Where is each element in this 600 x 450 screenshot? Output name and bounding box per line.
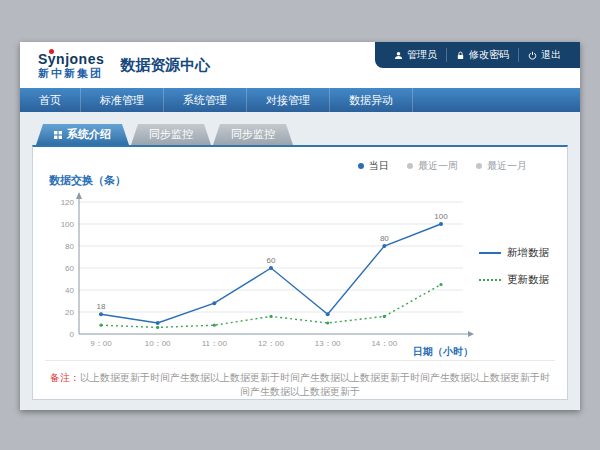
svg-text:12：00: 12：00 [258,339,284,348]
dotted-line-sample-icon [479,279,501,281]
svg-text:20: 20 [65,308,74,317]
svg-text:100: 100 [434,212,448,221]
tab-system-intro[interactable]: 系统介绍 [36,124,129,145]
filter-label: 当日 [369,159,389,173]
nav-item-interface-mgmt[interactable]: 对接管理 [247,88,330,112]
app-window: Synjones 新中新集团 数据资源中心 管理员 修改密码 退出 [20,42,580,410]
svg-text:80: 80 [65,242,74,251]
tab-sync-monitor-2[interactable]: 同步监控 [213,124,293,145]
logo-red-dot-icon [49,49,54,54]
svg-text:13：00: 13：00 [315,339,341,348]
svg-text:11：00: 11：00 [202,339,228,348]
filter-label: 最近一周 [418,159,458,173]
solid-line-sample-icon [479,252,501,254]
power-icon [528,51,537,60]
page-title: 数据资源中心 [120,56,210,75]
tab-sync-monitor-1[interactable]: 同步监控 [131,124,211,145]
tab-label: 同步监控 [149,127,193,142]
svg-text:18: 18 [97,302,106,311]
chart-row: 0204060801001209：0010：0011：0012：0013：001… [45,188,555,360]
svg-text:120: 120 [61,198,75,207]
filter-dot-icon [358,163,364,169]
svg-text:100: 100 [61,220,75,229]
change-password-label: 修改密码 [469,48,509,62]
svg-text:60: 60 [267,256,276,265]
logout-button[interactable]: 退出 [518,48,570,62]
filter-last-month[interactable]: 最近一月 [476,159,527,173]
desktop-background: Synjones 新中新集团 数据资源中心 管理员 修改密码 退出 [0,0,600,450]
filter-today[interactable]: 当日 [358,159,389,173]
tab-bar: 系统介绍 同步监控 同步监控 [32,124,568,145]
svg-text:9：00: 9：00 [90,339,112,348]
footnote-text: 以上数据更新于时间产生数据以上数据更新于时间产生数据以上数据更新于时间产生数据以… [80,372,550,397]
admin-label: 管理员 [407,48,437,62]
line-chart: 0204060801001209：0010：0011：0012：0013：001… [45,188,477,360]
svg-text:14：00: 14：00 [371,339,397,348]
tab-label: 同步监控 [231,127,275,142]
brand-name: Synjones [38,52,104,66]
footnote: 备注：以上数据更新于时间产生数据以上数据更新于时间产生数据以上数据更新于时间产生… [45,360,555,401]
series-label: 更新数据 [507,273,549,287]
app-header: Synjones 新中新集团 数据资源中心 管理员 修改密码 退出 [20,42,580,88]
content-area: 系统介绍 同步监控 同步监控 当日 最近一周 [20,112,580,410]
tab-label: 系统介绍 [67,127,111,142]
y-axis-title: 数据交换（条） [49,173,555,188]
series-legend-updated-data[interactable]: 更新数据 [479,273,549,287]
series-legend-new-data[interactable]: 新增数据 [479,246,549,260]
change-password-button[interactable]: 修改密码 [446,48,518,62]
series-label: 新增数据 [507,246,549,260]
user-bar: 管理员 修改密码 退出 [375,42,580,68]
svg-text:40: 40 [65,286,74,295]
svg-text:日期（小时）: 日期（小时） [413,346,473,357]
time-filter-group: 当日 最近一周 最近一月 [45,155,555,173]
admin-button[interactable]: 管理员 [385,48,446,62]
company-logo: Synjones 新中新集团 [38,52,104,79]
company-name: 新中新集团 [38,68,104,79]
nav-item-standard-mgmt[interactable]: 标准管理 [81,88,164,112]
nav-item-data-change[interactable]: 数据异动 [330,88,413,112]
nav-item-system-mgmt[interactable]: 系统管理 [164,88,247,112]
main-nav: 首页 标准管理 系统管理 对接管理 数据异动 [20,88,580,112]
filter-last-week[interactable]: 最近一周 [407,159,458,173]
svg-text:10：00: 10：00 [145,339,171,348]
chart-panel: 当日 最近一周 最近一月 数据交换（条） 0204060801001209：00… [32,145,568,400]
nav-item-home[interactable]: 首页 [20,88,81,112]
person-icon [394,51,403,60]
footnote-prefix: 备注： [50,372,80,383]
svg-text:80: 80 [380,234,389,243]
logout-label: 退出 [541,48,561,62]
grid-icon [54,131,62,139]
filter-dot-icon [407,163,413,169]
series-legend: 新增数据 更新数据 [479,246,549,287]
svg-text:0: 0 [70,330,75,339]
lock-icon [456,51,465,60]
svg-text:60: 60 [65,264,74,273]
filter-label: 最近一月 [487,159,527,173]
filter-dot-icon [476,163,482,169]
